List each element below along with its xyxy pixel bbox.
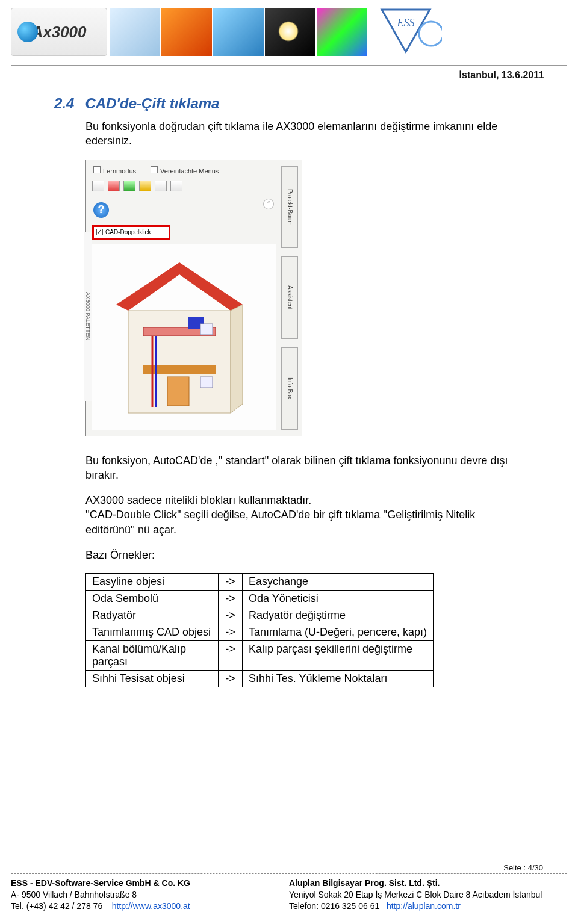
- toolbar-icon-3[interactable]: [123, 181, 135, 191]
- table-row: Tanımlanmış CAD objesi -> Tanımlama (U-D…: [86, 624, 434, 641]
- page-number: Seite : 4/30: [11, 863, 567, 872]
- footer-company-right: Aluplan Bilgisayar Prog. Sist. Ltd. Şti.: [289, 878, 567, 889]
- paragraph-2: Bu fonksiyon, AutoCAD'de ,'' standart'' …: [85, 453, 524, 483]
- table-cell: ->: [219, 641, 243, 671]
- table-cell: Kanal bölümü/Kalıp parçası: [86, 641, 219, 671]
- tab-info-box[interactable]: Info Box: [281, 347, 298, 430]
- footer-right-column: Aluplan Bilgisayar Prog. Sist. Ltd. Şti.…: [289, 878, 567, 912]
- screenshot-toolbar: [90, 177, 298, 195]
- table-cell: ->: [219, 607, 243, 624]
- lernmodus-label: Lernmodus: [103, 167, 136, 175]
- screenshot-canvas: [92, 244, 276, 430]
- svg-marker-3: [116, 262, 243, 311]
- footer-contact-right: Telefon: 0216 325 06 61 http://aluplan.c…: [289, 901, 567, 912]
- table-cell: Tanımlanmış CAD objesi: [86, 624, 219, 641]
- header-image-strip: [110, 8, 367, 56]
- vereinfachte-checkbox[interactable]: Vereinfachte Menüs: [151, 166, 219, 175]
- table-row: Sıhhi Tesisat objesi -> Sıhhi Tes. Yükle…: [86, 671, 434, 687]
- paragraph-4: Bazı Örnekler:: [85, 548, 524, 562]
- table-row: Radyatör -> Radyatör değiştirme: [86, 607, 434, 624]
- intro-paragraph: Bu fonksiyonla doğrudan çift tıklama ile…: [85, 119, 524, 149]
- cad-doppelklick-checkbox[interactable]: CAD-Doppelklick: [92, 225, 170, 240]
- header-thumb-fire: [161, 8, 212, 56]
- screenshot-side-tabs: Projekt-Baum Assistent Info Box: [281, 166, 298, 430]
- section-number: 2.4: [54, 95, 74, 111]
- table-cell: Radyatör değiştirme: [243, 607, 434, 624]
- svg-rect-9: [200, 324, 213, 335]
- help-icon[interactable]: ?: [93, 202, 109, 218]
- table-cell: Easyline objesi: [86, 574, 219, 591]
- toolbar-icon-4[interactable]: [139, 181, 151, 191]
- table-cell: Oda Yöneticisi: [243, 591, 434, 607]
- footer-tel-left: Tel. (+43) 42 42 / 278 76: [11, 901, 102, 911]
- header-thumb-dandelion: [110, 8, 160, 56]
- table-cell: Tanımlama (U-Değeri, pencere, kapı): [243, 624, 434, 641]
- toolbar-icon-1[interactable]: [92, 181, 104, 191]
- section-title-text: CAD'de-Çift tıklama: [85, 95, 219, 111]
- ess-logo: ESS: [370, 5, 442, 59]
- header-thumb-thermal: [317, 8, 367, 56]
- section-heading: 2.4CAD'de-Çift tıklama: [54, 95, 524, 112]
- tab-projekt-baum[interactable]: Projekt-Baum: [281, 166, 298, 249]
- footer-link-right[interactable]: http://aluplan.com.tr: [387, 901, 461, 911]
- table-cell: Kalıp parçası şekillerini değiştirme: [243, 641, 434, 671]
- document-date: İstanbul, 13.6.2011: [0, 70, 578, 81]
- table-cell: Easychange: [243, 574, 434, 591]
- vereinfachte-label: Vereinfachte Menüs: [160, 167, 219, 175]
- toolbar-icon-2[interactable]: [108, 181, 120, 191]
- screenshot-top-row: Lernmodus Vereinfachte Menüs: [90, 164, 298, 177]
- tab-assistent[interactable]: Assistent: [281, 256, 298, 339]
- paragraph-3b: ''CAD-Double Click'' seçili değilse, Aut…: [85, 509, 475, 535]
- table-cell: ->: [219, 591, 243, 607]
- paragraph-3: AX3000 sadece nitelikli blokları kullanm…: [85, 493, 524, 537]
- ax3000-logo: Ax3000: [11, 8, 107, 56]
- lernmodus-checkbox[interactable]: Lernmodus: [93, 166, 136, 175]
- footer-left-column: ESS - EDV-Software-Service GmbH & Co. KG…: [11, 878, 289, 912]
- document-body: 2.4CAD'de-Çift tıklama Bu fonksiyonla do…: [0, 81, 578, 687]
- table-cell: Sıhhi Tes. Yükleme Noktaları: [243, 671, 434, 687]
- page-header: Ax3000 ESS: [0, 0, 578, 61]
- examples-table: Easyline objesi -> Easychange Oda Sembol…: [85, 573, 434, 687]
- svg-rect-11: [167, 377, 189, 406]
- footer-link-left[interactable]: http://www.ax3000.at: [112, 901, 190, 911]
- footer-divider: [11, 873, 567, 874]
- footer-address-left: A- 9500 Villach / Bahnhofstraße 8: [11, 889, 289, 901]
- cad-doppelklick-check-icon: [96, 229, 103, 235]
- table-cell: ->: [219, 574, 243, 591]
- table-cell: Oda Sembolü: [86, 591, 219, 607]
- table-row: Easyline objesi -> Easychange: [86, 574, 434, 591]
- svg-marker-0: [382, 10, 430, 52]
- table-cell: ->: [219, 624, 243, 641]
- ax3000-logo-text: Ax3000: [31, 23, 86, 42]
- embedded-screenshot: Lernmodus Vereinfachte Menüs ? CAD-Doppe…: [85, 160, 302, 436]
- cad-doppelklick-label: CAD-Doppelklick: [105, 229, 151, 235]
- toolbar-icon-5[interactable]: [155, 181, 167, 191]
- footer-tel-right: Telefon: 0216 325 06 61: [289, 901, 379, 911]
- footer-contact-left: Tel. (+43) 42 42 / 278 76 http://www.ax3…: [11, 901, 289, 912]
- paragraph-3a: AX3000 sadece nitelikli blokları kullanm…: [85, 494, 311, 506]
- header-thumb-bulb: [265, 8, 315, 56]
- collapse-up-icon[interactable]: ⌃: [263, 199, 274, 209]
- toolbar-icon-6[interactable]: [170, 181, 182, 191]
- table-cell: Radyatör: [86, 607, 219, 624]
- svg-marker-5: [231, 305, 243, 413]
- table-row: Oda Sembolü -> Oda Yöneticisi: [86, 591, 434, 607]
- footer-company-left: ESS - EDV-Software-Service GmbH & Co. KG: [11, 878, 289, 889]
- header-thumb-water: [213, 8, 264, 56]
- svg-rect-8: [143, 365, 216, 374]
- svg-point-2: [419, 22, 442, 46]
- header-divider: [11, 65, 567, 66]
- svg-rect-10: [200, 377, 213, 388]
- house-3d-drawing: [110, 256, 249, 425]
- page-footer: Seite : 4/30 ESS - EDV-Software-Service …: [11, 863, 567, 912]
- table-cell: ->: [219, 671, 243, 687]
- paletten-label: AX3000 PALETTEN: [84, 232, 92, 401]
- table-cell: Sıhhi Tesisat objesi: [86, 671, 219, 687]
- svg-text:ESS: ESS: [397, 17, 415, 29]
- footer-address-right: Yeniyol Sokak 20 Etap İş Merkezi C Blok …: [289, 889, 567, 901]
- table-row: Kanal bölümü/Kalıp parçası -> Kalıp parç…: [86, 641, 434, 671]
